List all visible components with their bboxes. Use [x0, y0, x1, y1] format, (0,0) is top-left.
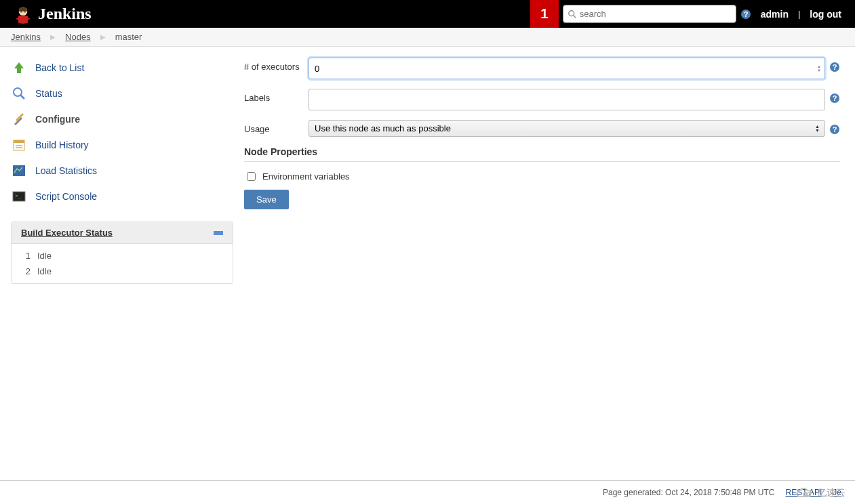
- sidebar-item-label: Load Statistics: [35, 165, 97, 176]
- sidebar-item-load-stats[interactable]: Load Statistics: [11, 158, 233, 184]
- executor-row: 1 Idle: [21, 248, 223, 264]
- save-button[interactable]: Save: [244, 190, 289, 209]
- env-vars-label: Environment variables: [262, 171, 350, 182]
- sidebar-item-label: Back to List: [35, 62, 84, 73]
- svg-text:?: ?: [743, 10, 748, 18]
- labels-input[interactable]: [309, 89, 825, 110]
- main: Back to List Status Configure Build Hist…: [0, 47, 855, 467]
- svg-point-4: [568, 10, 574, 16]
- panel-title[interactable]: Build Executor Status: [21, 228, 113, 238]
- jenkins-icon: [14, 5, 33, 24]
- sidebar-nav: Back to List Status Configure Build Hist…: [11, 55, 233, 209]
- collapse-icon[interactable]: [214, 231, 223, 235]
- help-icon[interactable]: ?: [829, 93, 840, 104]
- help-icon[interactable]: ?: [829, 62, 840, 72]
- user-link[interactable]: admin: [761, 9, 789, 20]
- help-icon[interactable]: ?: [740, 9, 751, 20]
- notification-badge[interactable]: 1: [530, 0, 559, 28]
- svg-line-5: [573, 15, 576, 18]
- usage-label: Usage: [244, 120, 304, 134]
- notepad-icon: [11, 137, 27, 153]
- chart-icon: [11, 163, 27, 179]
- sidebar-item-label: Script Console: [35, 191, 97, 202]
- search-box[interactable]: [563, 5, 736, 23]
- executor-num: 2: [21, 266, 31, 276]
- up-arrow-icon: [11, 60, 27, 76]
- breadcrumb: Jenkins ▶ Nodes ▶ master: [0, 28, 855, 47]
- svg-line-9: [20, 95, 24, 99]
- build-executor-panel: Build Executor Status 1 Idle 2 Idle: [11, 222, 233, 284]
- env-vars-checkbox[interactable]: [247, 172, 256, 181]
- sidebar-item-build-history[interactable]: Build History: [11, 132, 233, 158]
- help-icon[interactable]: ?: [829, 124, 840, 135]
- sidebar-item-label: Status: [35, 88, 62, 99]
- usage-select[interactable]: Use this node as much as possible: [309, 120, 825, 137]
- panel-header: Build Executor Status: [12, 222, 233, 244]
- terminal-icon: >_: [11, 188, 27, 205]
- svg-rect-3: [16, 18, 30, 19]
- executor-status: Idle: [37, 266, 52, 276]
- breadcrumb-master: master: [115, 32, 142, 42]
- form-row-labels: Labels ?: [244, 89, 840, 110]
- executor-status: Idle: [37, 251, 52, 261]
- form-row-executors: # of executors ▲▼ ?: [244, 58, 840, 79]
- logout-link[interactable]: log out: [810, 9, 841, 20]
- svg-point-2: [24, 11, 26, 12]
- section-title: Node Properties: [244, 146, 840, 162]
- sidebar-item-configure[interactable]: Configure: [11, 106, 233, 132]
- jenkins-logo[interactable]: Jenkins: [14, 5, 92, 24]
- sidebar-item-back[interactable]: Back to List: [11, 55, 233, 81]
- executors-label: # of executors: [244, 58, 304, 72]
- tools-icon: [11, 111, 27, 127]
- form-row-usage: Usage Use this node as much as possible …: [244, 120, 840, 137]
- svg-text:?: ?: [833, 125, 837, 133]
- content: # of executors ▲▼ ? Labels ? Usage Use t…: [244, 47, 855, 467]
- sidebar-item-script-console[interactable]: >_ Script Console: [11, 184, 233, 209]
- divider: |: [798, 9, 800, 19]
- breadcrumb-jenkins[interactable]: Jenkins: [11, 32, 41, 42]
- executors-input[interactable]: [309, 58, 825, 79]
- search-input[interactable]: [577, 7, 732, 21]
- executor-num: 1: [21, 251, 31, 261]
- executor-row: 2 Idle: [21, 264, 223, 279]
- magnifier-icon: [11, 85, 27, 102]
- header-bar: Jenkins 1 ? admin | log out: [0, 0, 855, 28]
- svg-text:>_: >_: [15, 193, 22, 199]
- search-icon: [568, 9, 577, 19]
- labels-label: Labels: [244, 89, 304, 103]
- svg-text:?: ?: [833, 94, 837, 102]
- chevron-right-icon: ▶: [94, 33, 113, 41]
- spinner-down-icon[interactable]: ▼: [817, 69, 821, 72]
- chevron-right-icon: ▶: [43, 33, 62, 41]
- env-vars-row: Environment variables: [244, 167, 840, 190]
- breadcrumb-nodes[interactable]: Nodes: [65, 32, 91, 42]
- panel-body: 1 Idle 2 Idle: [12, 244, 233, 283]
- header-right: 1 ? admin | log out: [530, 0, 847, 28]
- spinner-buttons[interactable]: ▲▼: [817, 65, 821, 72]
- sidebar: Back to List Status Configure Build Hist…: [0, 47, 244, 467]
- brand-name: Jenkins: [38, 5, 92, 23]
- svg-text:?: ?: [833, 63, 837, 71]
- sidebar-item-label: Configure: [35, 114, 80, 125]
- svg-point-1: [20, 11, 22, 12]
- svg-rect-11: [14, 140, 24, 143]
- sidebar-item-status[interactable]: Status: [11, 81, 233, 106]
- sidebar-item-label: Build History: [35, 140, 89, 150]
